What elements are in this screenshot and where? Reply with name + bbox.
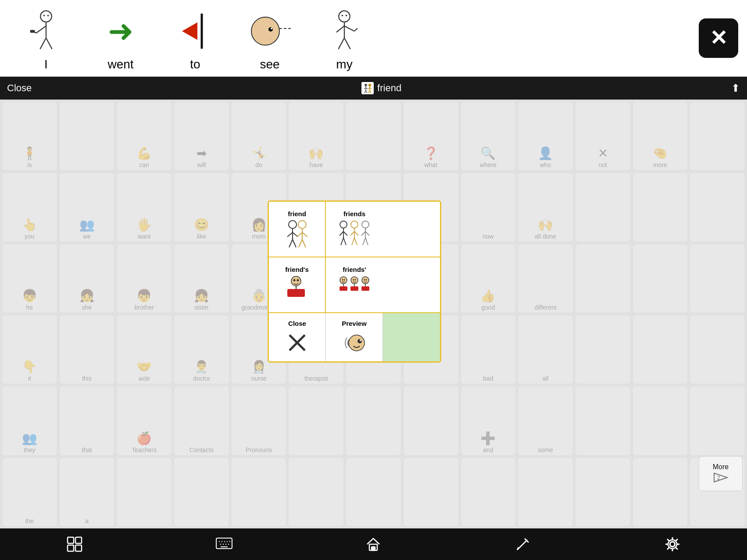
grid-cell-pronouns[interactable]: Pronouns	[231, 386, 287, 455]
dismiss-button[interactable]: ✕	[699, 18, 738, 58]
grid-cell-it[interactable]: 👇it	[2, 315, 57, 384]
grid-cell-and[interactable]: ➕and	[461, 386, 516, 455]
grid-cell-a[interactable]: a	[59, 457, 115, 527]
grid-cell-now[interactable]: now	[461, 172, 516, 242]
popup-cell-friends-plural-possessive[interactable]: friends'	[326, 257, 383, 312]
grid-cell-you[interactable]: 👆you	[2, 172, 57, 242]
word-to[interactable]: to	[171, 5, 219, 71]
grid-cell-contacts[interactable]: Contacts	[174, 386, 229, 455]
grid-cell-do[interactable]: 🤸do	[231, 101, 287, 171]
svg-point-48	[340, 221, 347, 228]
grid-cell-teachers[interactable]: 🍎Teachers	[116, 386, 172, 455]
svg-point-67	[293, 279, 295, 281]
grid-cell-can[interactable]: 💪can	[116, 101, 172, 171]
svg-line-38	[287, 232, 293, 237]
grid-cell-good[interactable]: 👍good	[461, 244, 516, 313]
grid-cell-what[interactable]: ❓what	[403, 101, 459, 171]
grid-cell-they[interactable]: 👥they	[2, 386, 57, 455]
grid-cell-aide[interactable]: 🤝aide	[116, 315, 172, 384]
grid-cell-r6c6	[288, 457, 344, 527]
grid-cell-r3c13	[690, 244, 745, 313]
grid-cell-not[interactable]: ✕not	[575, 101, 631, 171]
svg-point-36	[289, 221, 297, 228]
grid-cell-we[interactable]: 👥we	[59, 172, 115, 242]
nav-settings-button[interactable]	[659, 531, 686, 557]
grid-cell-he[interactable]: 👦he	[2, 244, 57, 313]
svg-line-64	[363, 238, 365, 245]
word-I[interactable]: I	[22, 5, 70, 71]
svg-point-83	[366, 279, 367, 280]
grid-cell-r6c7	[346, 457, 401, 527]
grid-cell-who[interactable]: 👤who	[518, 101, 573, 171]
grid-cell-alldone[interactable]: 🙌all done	[518, 172, 573, 242]
grid-cell-r5c11	[575, 386, 631, 455]
svg-point-11	[251, 17, 279, 45]
grid-cell-that[interactable]: that	[59, 386, 115, 455]
svg-point-17	[346, 15, 347, 17]
grid-cell-brother[interactable]: 👦brother	[116, 244, 172, 313]
grid-cell-all[interactable]: all	[518, 315, 573, 384]
nav-grid-button[interactable]	[61, 531, 88, 557]
svg-line-56	[350, 232, 354, 235]
grid-cell-have[interactable]: 🙌have	[288, 101, 344, 171]
grid-cell-she[interactable]: 👧she	[59, 244, 115, 313]
svg-line-7	[40, 38, 46, 49]
share-button[interactable]: ⬆	[731, 82, 740, 94]
svg-line-59	[354, 238, 357, 245]
svg-line-21	[336, 26, 344, 32]
popup-cell-friends[interactable]: friends	[326, 202, 383, 257]
grid-cell-r6c4	[174, 457, 229, 527]
popup-cell-close[interactable]: Close	[269, 313, 326, 361]
grid-cell-r5c12	[633, 386, 688, 455]
more-button[interactable]: More 2	[699, 456, 743, 491]
word-went[interactable]: ➜ went	[97, 5, 145, 71]
grid-cell-the[interactable]: the	[2, 457, 57, 527]
grid-cell-some[interactable]: some	[518, 386, 573, 455]
svg-point-90	[360, 339, 361, 341]
svg-point-76	[351, 277, 358, 284]
nav-edit-button[interactable]	[510, 531, 536, 557]
svg-point-13	[271, 28, 272, 29]
svg-rect-94	[75, 537, 82, 543]
grid-cell-r5c8	[403, 386, 459, 455]
grid-cell-empty2	[346, 101, 401, 171]
svg-point-30	[368, 84, 371, 86]
svg-line-53	[343, 238, 346, 245]
word-my[interactable]: my	[320, 5, 368, 71]
toolbar-center: friend	[361, 82, 401, 94]
popup-cell-friend[interactable]: friend	[269, 202, 326, 257]
more-label: More	[713, 463, 729, 471]
word-see[interactable]: see	[246, 5, 294, 71]
svg-line-44	[297, 232, 302, 237]
grid-cell-different[interactable]: different	[518, 244, 573, 313]
svg-rect-95	[68, 545, 74, 551]
svg-marker-10	[182, 22, 197, 40]
grid-cell-sister[interactable]: 👧sister	[174, 244, 229, 313]
nav-keyboard-button[interactable]	[211, 531, 237, 557]
nav-home-button[interactable]	[360, 531, 386, 557]
svg-line-58	[352, 238, 354, 245]
word-label-went: went	[107, 57, 133, 71]
sentence-bar: I ➜ went to	[0, 0, 747, 77]
svg-point-89	[357, 339, 362, 343]
popup-cell-preview[interactable]: Preview	[326, 313, 383, 361]
popup-cell-friends-possessive[interactable]: friend's	[269, 257, 326, 312]
toolbar: Close friend ⬆	[0, 77, 747, 100]
toolbar-close-button[interactable]: Close	[7, 82, 32, 94]
grid-cell-more[interactable]: 🤏more	[633, 101, 688, 171]
svg-line-50	[340, 232, 343, 235]
grid-cell-r2c13	[690, 172, 745, 242]
grid-cell-r3c11	[575, 244, 631, 313]
grid-cell-doctor[interactable]: 👨‍⚕️doctor	[174, 315, 229, 384]
grid-cell-will[interactable]: ➡will	[174, 101, 229, 171]
svg-point-78	[355, 279, 356, 280]
grid-cell-where[interactable]: 🔍where	[461, 101, 516, 171]
grid-cell-this[interactable]: this	[59, 315, 115, 384]
grid-cell-is[interactable]: 🧍is	[2, 101, 57, 171]
grid-cell-like[interactable]: 😊like	[174, 172, 229, 242]
grid-cell-bad[interactable]: bad	[461, 315, 516, 384]
svg-line-121	[676, 548, 678, 550]
grid-cell-want[interactable]: 🖐want	[116, 172, 172, 242]
svg-line-110	[518, 540, 527, 549]
grid-cell-r5c13	[690, 386, 745, 455]
